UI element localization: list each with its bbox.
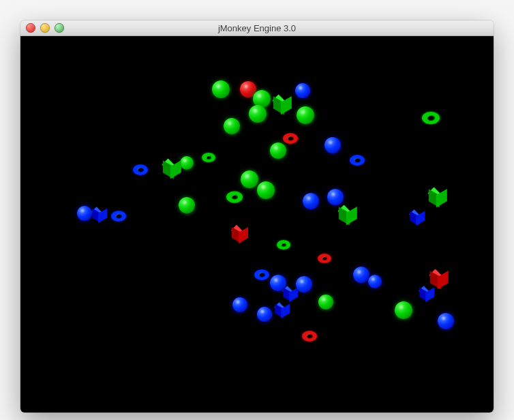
sphere-object — [303, 193, 319, 209]
cube-object — [92, 207, 107, 222]
app-window: jMonkey Engine 3.0 — [20, 20, 494, 412]
sphere-object — [353, 267, 369, 283]
sphere-object — [241, 170, 258, 188]
sphere-object — [77, 206, 92, 221]
torus-object — [202, 153, 215, 162]
minimize-button[interactable] — [40, 23, 50, 33]
zoom-button[interactable] — [55, 23, 64, 33]
sphere-object — [368, 275, 382, 288]
sphere-object — [179, 197, 195, 213]
cube-object — [410, 210, 425, 225]
sphere-object — [296, 276, 312, 292]
torus-object — [254, 269, 269, 280]
sphere-object — [249, 105, 267, 123]
sphere-object — [180, 156, 194, 170]
torus-object — [422, 112, 440, 124]
sphere-object — [232, 297, 247, 312]
window-title: jMonkey Engine 3.0 — [20, 23, 494, 33]
sphere-object — [257, 307, 272, 322]
cube-object — [429, 188, 447, 206]
render-viewport[interactable] — [20, 36, 494, 412]
torus-object — [277, 240, 290, 250]
cube-object — [430, 270, 448, 288]
sphere-object — [224, 118, 240, 134]
close-button[interactable] — [26, 23, 35, 33]
sphere-object — [297, 106, 314, 124]
torus-object — [350, 155, 365, 166]
sphere-object — [270, 142, 286, 159]
cube-object — [283, 286, 298, 301]
cube-object — [275, 303, 290, 318]
sphere-object — [318, 295, 333, 310]
cube-object — [273, 95, 291, 113]
sphere-object — [324, 137, 341, 153]
sphere-object — [257, 181, 275, 199]
sphere-object — [295, 83, 310, 98]
cube-object — [339, 206, 357, 224]
cube-object — [163, 160, 181, 177]
sphere-object — [438, 313, 454, 329]
torus-object — [226, 192, 243, 203]
sphere-object — [395, 301, 412, 319]
sphere-object — [327, 189, 344, 205]
cube-object — [232, 226, 248, 242]
torus-object — [302, 331, 317, 342]
traffic-lights — [26, 23, 64, 33]
torus-object — [111, 211, 126, 222]
torus-object — [318, 254, 331, 263]
sphere-object — [212, 80, 230, 98]
cube-object — [419, 286, 434, 301]
torus-object — [283, 133, 298, 144]
titlebar[interactable]: jMonkey Engine 3.0 — [20, 20, 494, 36]
torus-object — [133, 164, 148, 175]
